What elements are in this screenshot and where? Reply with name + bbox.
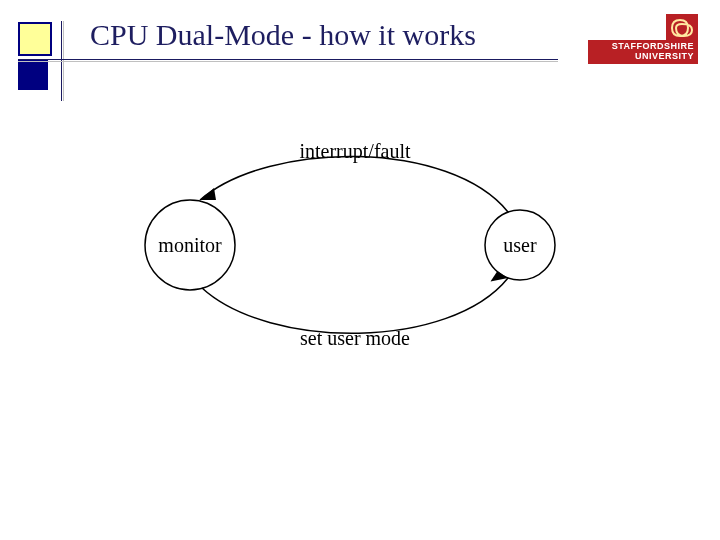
interrupt-fault-arrow <box>200 156 508 212</box>
header-hline-shadow <box>18 61 558 62</box>
header-accent-blue <box>18 60 48 90</box>
set-user-mode-label: set user mode <box>300 327 410 349</box>
logo-line2: UNIVERSITY <box>635 51 694 61</box>
dual-mode-diagram: monitor user interrupt/fault set user mo… <box>120 140 600 350</box>
interrupt-fault-label: interrupt/fault <box>299 140 411 163</box>
monitor-node-label: monitor <box>158 234 222 256</box>
header-accent-yellow <box>18 22 52 56</box>
page-title: CPU Dual-Mode - how it works <box>90 18 476 52</box>
logo-line1: STAFFORDSHIRE <box>612 41 694 51</box>
user-node-label: user <box>503 234 537 256</box>
set-user-mode-arrow <box>202 278 508 333</box>
staffordshire-knot-icon <box>666 14 698 40</box>
header-hline <box>18 59 558 60</box>
logo-text: STAFFORDSHIRE UNIVERSITY <box>588 40 698 64</box>
university-logo: STAFFORDSHIRE UNIVERSITY <box>588 14 698 64</box>
interrupt-fault-arrowhead <box>200 188 216 200</box>
